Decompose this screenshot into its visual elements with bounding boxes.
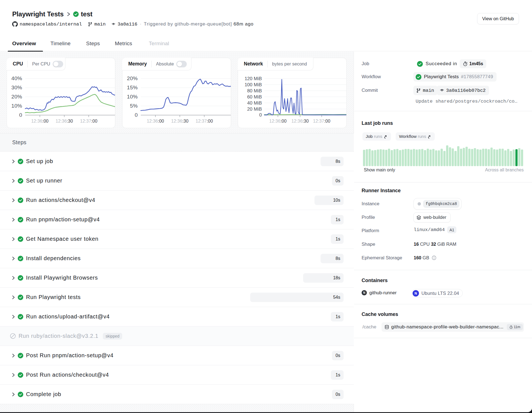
svg-text:20%: 20%: [127, 75, 138, 81]
svg-text:120 MiB: 120 MiB: [245, 76, 262, 81]
svg-text:12:37:00: 12:37:00: [80, 119, 97, 123]
svg-text:20 MiB: 20 MiB: [247, 107, 262, 112]
svg-text:12:36:00: 12:36:00: [147, 119, 164, 123]
svg-text:100 MiB: 100 MiB: [245, 82, 262, 87]
svg-text:20%: 20%: [11, 94, 22, 100]
svg-text:40 MiB: 40 MiB: [247, 100, 262, 106]
svg-text:N: N: [415, 291, 417, 295]
svg-text:12:36:30: 12:36:30: [56, 119, 73, 123]
svg-text:15%: 15%: [127, 85, 138, 90]
svg-text:0: 0: [19, 112, 22, 118]
svg-text:80 MiB: 80 MiB: [247, 88, 262, 93]
svg-text:N: N: [363, 291, 365, 294]
svg-text:0: 0: [135, 112, 138, 118]
svg-text:12:37:00: 12:37:00: [196, 119, 213, 123]
svg-text:10%: 10%: [11, 103, 22, 109]
svg-text:5%: 5%: [130, 103, 138, 109]
svg-text:12:36:00: 12:36:00: [269, 119, 287, 123]
svg-text:10%: 10%: [127, 94, 138, 100]
svg-text:12:36:30: 12:36:30: [171, 119, 188, 123]
svg-text:12:36:00: 12:36:00: [31, 119, 48, 123]
svg-text:12:37:00: 12:37:00: [313, 119, 330, 123]
svg-text:60 MiB: 60 MiB: [247, 94, 262, 100]
svg-text:0: 0: [259, 112, 262, 118]
svg-text:12:36:30: 12:36:30: [291, 119, 309, 123]
svg-text:30%: 30%: [11, 85, 22, 90]
svg-text:40%: 40%: [11, 75, 22, 81]
